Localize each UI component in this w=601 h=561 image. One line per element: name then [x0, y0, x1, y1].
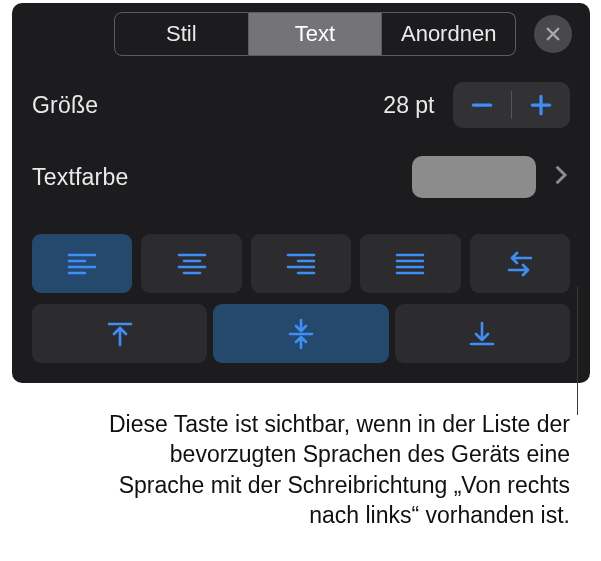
size-stepper [453, 82, 571, 128]
vertical-align-row [32, 304, 570, 363]
horizontal-align-row [32, 234, 570, 293]
tab-bar: Stil Text Anordnen [12, 12, 590, 56]
text-color-label: Textfarbe [32, 164, 128, 191]
minus-icon [469, 92, 495, 118]
valign-middle-icon [284, 317, 318, 351]
close-icon [544, 25, 562, 43]
align-justify-icon [393, 247, 427, 281]
align-right-button[interactable] [251, 234, 351, 293]
tab-label: Stil [166, 21, 197, 47]
size-label: Größe [32, 92, 98, 119]
close-button[interactable] [534, 15, 572, 53]
tab-label: Anordnen [401, 21, 496, 47]
align-left-button[interactable] [32, 234, 132, 293]
text-color-swatch[interactable] [412, 156, 536, 198]
size-decrease-button[interactable] [453, 82, 511, 128]
text-color-row: Textfarbe [12, 156, 590, 198]
segmented-control: Stil Text Anordnen [114, 12, 516, 56]
chevron-right-icon [550, 160, 570, 190]
align-left-icon [65, 247, 99, 281]
size-value: 28 pt [383, 92, 434, 119]
alignment-controls [12, 234, 590, 363]
valign-top-icon [103, 317, 137, 351]
format-panel: Stil Text Anordnen Größe 28 pt Textfarbe [12, 3, 590, 383]
text-color-more-button[interactable] [550, 160, 570, 194]
valign-bottom-icon [465, 317, 499, 351]
size-increase-button[interactable] [512, 82, 570, 128]
align-right-icon [284, 247, 318, 281]
align-justify-button[interactable] [360, 234, 460, 293]
text-direction-button[interactable] [470, 234, 570, 293]
callout-line [577, 287, 579, 415]
valign-bottom-button[interactable] [395, 304, 570, 363]
tab-text[interactable]: Text [249, 12, 383, 56]
size-row: Größe 28 pt [12, 82, 590, 128]
plus-icon [528, 92, 554, 118]
tab-anordnen[interactable]: Anordnen [382, 12, 516, 56]
valign-middle-button[interactable] [213, 304, 388, 363]
tab-stil[interactable]: Stil [114, 12, 249, 56]
caption-text: Diese Taste ist sichtbar, wenn in der Li… [90, 409, 570, 530]
tab-label: Text [295, 21, 335, 47]
rtl-direction-icon [503, 247, 537, 281]
align-center-icon [175, 247, 209, 281]
align-center-button[interactable] [141, 234, 241, 293]
valign-top-button[interactable] [32, 304, 207, 363]
